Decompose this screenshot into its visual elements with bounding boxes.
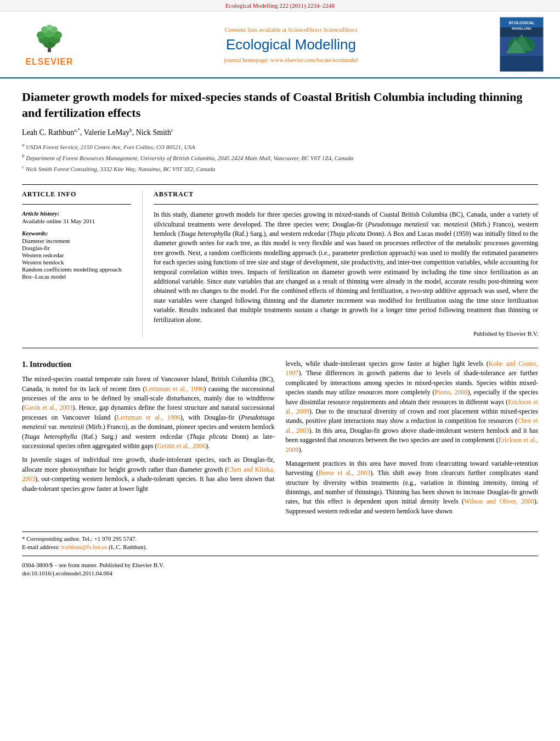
species-2-italic: Tsuga heterophylla <box>180 230 231 237</box>
species-wr-italic: Thuja plicata <box>189 433 227 440</box>
footnote-star: * Corresponding author. Tel.: +1 970 295… <box>22 535 538 542</box>
ref-gavin-2003[interactable]: Gavin et al., 2003 <box>24 404 73 411</box>
cover-art: ECOLOGICAL MODELLING <box>500 18 543 71</box>
article-info-heading: ARTICLE INFO <box>22 190 131 199</box>
abstract-divider <box>154 204 538 205</box>
journal-citation: Ecological Modelling 222 (2011) 2234–224… <box>225 2 335 9</box>
intro-para-1: The mixed-species coastal temperate rain… <box>22 375 275 451</box>
ref-piotto-2008[interactable]: Piotto, 2008 <box>435 388 468 396</box>
ref-getzin-2006[interactable]: Getzin et al., 2006 <box>157 442 206 450</box>
keywords-label: Keywords: <box>22 230 131 236</box>
available-online: Available online 31 May 2011 <box>22 218 131 224</box>
elsevier-brand-text: ELSEVIER <box>25 57 73 67</box>
author-names: Leah C. Rathbun <box>22 128 74 137</box>
svg-text:ECOLOGICAL: ECOLOGICAL <box>509 21 535 25</box>
sciencedirect-link-text[interactable]: ScienceDirect <box>324 26 358 33</box>
ref-chen-2003[interactable]: Chen et al., 2003 <box>286 417 539 434</box>
ref-kobe-coates-1997[interactable]: Kobe and Coates, 1997 <box>286 360 539 377</box>
article-info-abstract: ARTICLE INFO Article history: Available … <box>22 190 538 337</box>
svg-text:MODELLING: MODELLING <box>512 27 531 30</box>
content-area: Diameter growth models for mixed-species… <box>0 78 560 589</box>
section-title: Introduction <box>30 360 71 369</box>
intro-left-col: 1. Introduction The mixed-species coasta… <box>22 359 275 521</box>
species-df2-italic: menziesii <box>60 423 84 431</box>
ref-erickson-2009b[interactable]: Erickson et al., 2009 <box>286 436 539 453</box>
species-wh-italic: Tsuga heterophylla <box>24 433 77 440</box>
species-1b-italic: menziesii <box>444 220 468 228</box>
intro-para-2: In juvenile stages of individual tree gr… <box>22 455 275 494</box>
info-divider <box>22 204 131 205</box>
affiliation-c: c Nick Smith Forest Consulting, 3332 Kit… <box>22 163 538 173</box>
keyword-4: Western hemlock <box>22 259 131 265</box>
footnote-copyright: 0304-3800/$ – see front matter. Publishe… <box>22 562 538 568</box>
ref-chen-klinka-2003[interactable]: Chen and Klinka, 2003 <box>22 466 274 483</box>
keyword-2: Douglas-fir <box>22 245 131 251</box>
journal-cover-image: ECOLOGICAL MODELLING <box>500 17 544 72</box>
footnote-doi: doi:10.1016/j.ecolmodel.2011.04.004 <box>22 570 538 576</box>
author-separator1: , Valerie LeMay <box>80 128 129 137</box>
homepage-url[interactable]: www.elsevier.com/locate/ecolmodel <box>270 56 358 63</box>
keyword-1: Diameter increment <box>22 237 131 244</box>
abstract-panel: ABSTRACT In this study, diameter growth … <box>154 190 538 337</box>
ref-lertzman-1996[interactable]: Lertzman et al., 1996 <box>145 385 204 393</box>
footnote-email-text: E-mail address: <box>22 544 61 550</box>
ref-erickson-2009[interactable]: Erickson et al., 2009 <box>286 398 539 415</box>
footnote-email-link[interactable]: lrathbun@fs.fed.us <box>61 544 107 550</box>
ref-wilson-oliver-2000[interactable]: Wilson and Oliver, 2000 <box>464 497 534 505</box>
svg-rect-18 <box>500 56 543 71</box>
svg-point-9 <box>46 25 53 30</box>
keyword-3: Western redcedar <box>22 252 131 258</box>
elsevier-logo: ELSEVIER <box>16 22 82 67</box>
intro-para-4: Management practices in this area have m… <box>286 459 539 516</box>
paper-title: Diameter growth models for mixed-species… <box>22 89 538 121</box>
keyword-6: Box–Lucas model <box>22 273 131 280</box>
keyword-5: Random coefficients modelling approach <box>22 266 131 273</box>
affiliation-sup-a: a,* <box>74 127 80 133</box>
article-history: Article history: Available online 31 May… <box>22 210 131 224</box>
authors: Leah C. Rathbuna,*, Valerie LeMayb, Nick… <box>22 127 538 137</box>
sciencedirect-text: Contents lists available at ScienceDirec… <box>82 26 500 33</box>
footnote-divider <box>22 556 538 556</box>
header-divider <box>22 184 538 185</box>
journal-header: ELSEVIER Contents lists available at Sci… <box>0 12 560 78</box>
footnote-email: E-mail address: lrathbun@fs.fed.us (L.C.… <box>22 544 538 550</box>
affiliation-b: b Department of Forest Resources Managem… <box>22 152 538 162</box>
intro-heading: 1. Introduction <box>22 359 275 370</box>
page: Ecological Modelling 222 (2011) 2234–224… <box>0 0 560 741</box>
species-1-italic: Pseudotsuga menziesii <box>367 220 428 228</box>
published-by: Published by Elsevier B.V. <box>154 330 538 337</box>
ref-lertzman-1996b[interactable]: Lertzman et al., 1996 <box>117 414 180 421</box>
article-info-panel: ARTICLE INFO Article history: Available … <box>22 190 143 337</box>
introduction-section: 1. Introduction The mixed-species coasta… <box>22 359 538 521</box>
journal-citation-bar: Ecological Modelling 222 (2011) 2234–224… <box>0 0 560 12</box>
footnote-email-name: (L.C. Rathbun). <box>108 544 147 550</box>
affiliation-sup-c: c <box>171 127 173 133</box>
homepage-link: journal homepage: www.elsevier.com/locat… <box>82 56 500 63</box>
footnotes: * Corresponding author. Tel.: +1 970 295… <box>22 531 538 576</box>
history-label: Article history: <box>22 210 131 217</box>
keywords-section: Keywords: Diameter increment Douglas-fir… <box>22 230 131 280</box>
author-separator2: , Nick Smith <box>132 128 171 137</box>
intro-right-col: levels, while shade-intolerant species g… <box>286 359 539 521</box>
intro-para-3: levels, while shade-intolerant species g… <box>286 359 539 455</box>
journal-title: Ecological Modelling <box>82 36 500 53</box>
ref-beese-2003[interactable]: Beese et al., 2003 <box>319 469 371 477</box>
affiliations: a USDA Forest Service, 2150 Centre Ave, … <box>22 142 538 173</box>
journal-center: Contents lists available at ScienceDirec… <box>82 26 500 63</box>
species-3-italic: Thuja plicata <box>330 230 365 237</box>
section-number: 1. <box>22 360 28 369</box>
elsevier-tree-icon <box>33 22 66 55</box>
abstract-text: In this study, diameter growth models fo… <box>154 210 538 325</box>
affiliation-a: a USDA Forest Service, 2150 Centre Ave, … <box>22 142 538 151</box>
section-divider <box>22 348 538 348</box>
abstract-heading: ABSTRACT <box>154 190 538 199</box>
